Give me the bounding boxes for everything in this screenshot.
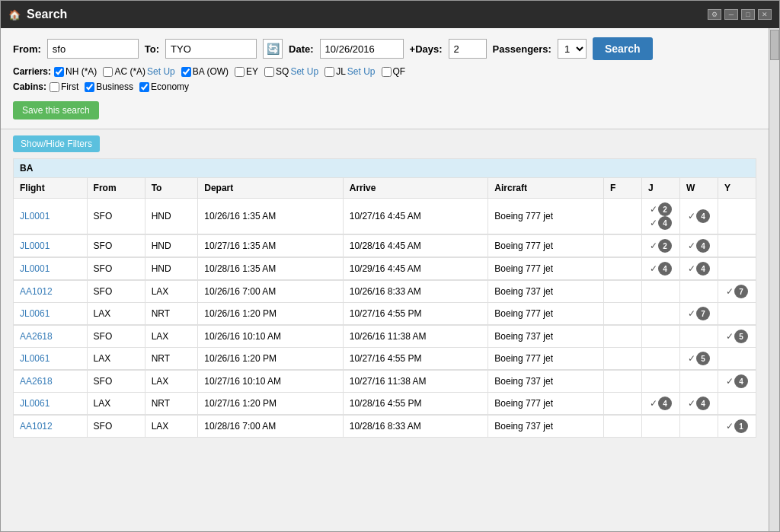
cell-j: ✓4 (642, 393, 680, 416)
carrier-ba-checkbox[interactable] (181, 67, 191, 77)
cell-depart: 10/26/16 10:10 AM (198, 325, 344, 348)
settings-icon[interactable]: ⚙ (708, 9, 721, 20)
cabin-first-checkbox[interactable] (50, 82, 59, 92)
cell-depart: 10/27/16 1:35 AM (198, 234, 344, 257)
results-table-container[interactable]: BA Flight From To Depart Arrive Aircraft… (1, 158, 769, 531)
col-flight: Flight (14, 178, 88, 199)
cell-flight[interactable]: AA1012 (14, 415, 88, 438)
flight-link[interactable]: JL0061 (20, 308, 50, 319)
maximize-button[interactable]: □ (741, 9, 755, 20)
badge: ✓4 (650, 262, 672, 276)
flight-link[interactable]: AA1012 (20, 286, 53, 297)
cell-flight[interactable]: JL0061 (14, 393, 88, 416)
col-f: F (604, 178, 642, 199)
table-row: JL0061 LAX NRT 10/26/16 1:20 PM 10/27/16… (14, 303, 756, 326)
carrier-nh: NH (*A) (54, 66, 97, 77)
carrier-jl-setup[interactable]: Set Up (347, 66, 376, 77)
to-input[interactable] (165, 39, 257, 59)
scrollbar-thumb[interactable] (770, 30, 779, 60)
date-input[interactable] (320, 39, 404, 59)
cell-w: ✓4 (680, 234, 718, 257)
cell-y: ✓7 (718, 280, 756, 303)
flight-link[interactable]: JL0061 (20, 398, 50, 409)
cell-depart: 10/26/16 1:35 AM (198, 199, 344, 235)
badge: ✓4 (650, 216, 672, 230)
cell-flight[interactable]: JL0001 (14, 199, 88, 235)
cell-j: ✓4 (642, 257, 680, 280)
flight-link[interactable]: JL0001 (20, 241, 50, 251)
cell-flight[interactable]: JL0001 (14, 257, 88, 280)
group-header-ba: BA (14, 159, 756, 178)
carrier-sq-label: SQ (276, 66, 289, 77)
cell-y (718, 303, 756, 326)
cell-f (604, 234, 642, 257)
table-body: JL0001 SFO HND 10/26/16 1:35 AM 10/27/16… (14, 199, 756, 438)
refresh-button[interactable]: 🔄 (263, 39, 283, 59)
flight-link[interactable]: AA2618 (20, 376, 53, 387)
carrier-ba: BA (OW) (181, 66, 229, 77)
scrollbar[interactable] (769, 28, 779, 531)
cell-w: ✓4 (680, 257, 718, 280)
carrier-ey: EY (235, 66, 258, 77)
col-depart: Depart (198, 178, 344, 199)
cell-flight[interactable]: JL0001 (14, 234, 88, 257)
close-button[interactable]: ✕ (758, 9, 772, 20)
cabin-business-checkbox[interactable] (85, 82, 94, 92)
passengers-select[interactable]: 1 2 3 (558, 39, 587, 59)
cell-depart: 10/26/16 1:20 PM (198, 303, 344, 326)
cell-aircraft: Boeing 777 jet (488, 257, 604, 280)
cell-j (642, 348, 680, 371)
cell-arrive: 10/28/16 4:55 PM (343, 393, 488, 416)
show-hide-filters-button[interactable]: Show/Hide Filters (13, 135, 100, 152)
home-icon: 🏠 (8, 9, 21, 21)
search-button[interactable]: Search (593, 37, 653, 60)
carrier-ac-setup[interactable]: Set Up (147, 66, 175, 77)
badge: ✓2 (650, 202, 672, 216)
cell-from: LAX (87, 348, 145, 371)
carrier-ac-checkbox[interactable] (103, 67, 113, 77)
cell-flight[interactable]: AA2618 (14, 325, 88, 348)
cell-flight[interactable]: JL0061 (14, 348, 88, 371)
carrier-qf-checkbox[interactable] (382, 67, 392, 77)
cabin-economy: Economy (139, 81, 189, 92)
cell-aircraft: Boeing 737 jet (488, 370, 604, 393)
flight-link[interactable]: JL0061 (20, 353, 50, 364)
col-w: W (680, 178, 718, 199)
table-row: JL0001 SFO HND 10/26/16 1:35 AM 10/27/16… (14, 199, 756, 235)
flight-link[interactable]: AA1012 (20, 421, 53, 432)
from-input[interactable] (47, 39, 139, 59)
cell-w (680, 325, 718, 348)
cell-j (642, 325, 680, 348)
flight-link[interactable]: AA2618 (20, 331, 53, 342)
cell-flight[interactable]: AA1012 (14, 280, 88, 303)
column-header-row: Flight From To Depart Arrive Aircraft F … (14, 178, 756, 199)
cabin-first-label: First (61, 81, 78, 92)
to-label: To: (145, 43, 159, 55)
cell-depart: 10/27/16 10:10 AM (198, 370, 344, 393)
cell-to: HND (145, 234, 198, 257)
window-controls: ⚙ ─ □ ✕ (708, 9, 772, 20)
carrier-ey-checkbox[interactable] (235, 67, 245, 77)
cell-f (604, 325, 642, 348)
col-y: Y (718, 178, 756, 199)
cell-flight[interactable]: AA2618 (14, 370, 88, 393)
flight-link[interactable]: JL0001 (20, 211, 50, 221)
carrier-sq-setup[interactable]: Set Up (290, 66, 318, 77)
cabin-economy-checkbox[interactable] (139, 82, 149, 92)
days-input[interactable] (449, 39, 487, 59)
carrier-sq-checkbox[interactable] (264, 67, 274, 77)
cell-to: LAX (145, 325, 198, 348)
badge: ✓1 (726, 419, 748, 433)
carrier-jl-checkbox[interactable] (324, 67, 334, 77)
table-row: AA1012 SFO LAX 10/28/16 7:00 AM 10/28/16… (14, 415, 756, 438)
minimize-button[interactable]: ─ (724, 9, 738, 20)
cell-j (642, 280, 680, 303)
cell-arrive: 10/27/16 4:55 PM (343, 303, 488, 326)
save-search-button[interactable]: Save this search (13, 101, 99, 119)
carrier-nh-checkbox[interactable] (54, 67, 64, 77)
cell-flight[interactable]: JL0061 (14, 303, 88, 326)
group-header-row: BA (14, 159, 756, 178)
carrier-ey-label: EY (246, 66, 258, 77)
cell-aircraft: Boeing 737 jet (488, 325, 604, 348)
flight-link[interactable]: JL0001 (20, 263, 50, 274)
